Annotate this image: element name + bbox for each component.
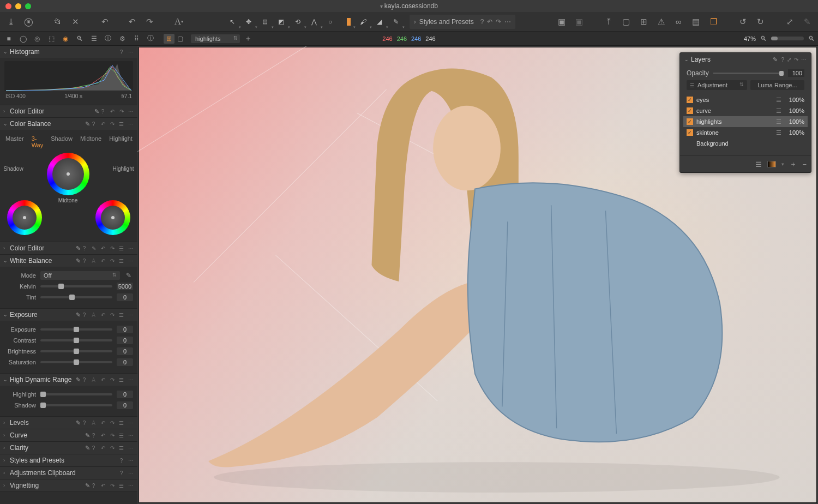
luma-range-button[interactable]: Luma Range... (750, 80, 804, 90)
tab-master[interactable]: Master (5, 135, 24, 148)
vignetting-header[interactable]: ›Vignetting✎?↶↷☰⋯ (0, 479, 137, 491)
help-icon[interactable]: ? (118, 458, 125, 464)
heal-tool-icon[interactable]: ✎▾ (389, 15, 403, 29)
metadata-tab-icon[interactable]: ⓘ (103, 33, 113, 44)
focus-icon[interactable]: ∞ (672, 15, 685, 28)
redo-icon[interactable]: ↷ (109, 258, 116, 264)
undo-icon[interactable]: ↶ (99, 245, 106, 251)
export-original-icon[interactable]: ▣ (555, 15, 568, 28)
tab-midtone[interactable]: Midtone (80, 135, 101, 148)
print-icon[interactable]: ▢ (619, 15, 633, 28)
mask-icon[interactable]: ☰ (776, 129, 781, 136)
kelvin-value[interactable]: 5000 (117, 283, 133, 290)
zoom-slider[interactable] (771, 37, 804, 40)
undo-icon[interactable]: ↶ (99, 483, 106, 489)
rotate-tool-icon[interactable]: ⟲▾ (291, 15, 305, 29)
redo-icon[interactable]: ↷ (794, 57, 798, 63)
help-icon[interactable]: ? (118, 49, 125, 55)
picker-icon[interactable]: ✎ (85, 432, 90, 439)
more-icon[interactable]: ⋯ (127, 312, 134, 318)
wb-mode-select[interactable]: Off (40, 271, 120, 280)
auto-icon[interactable]: A (90, 377, 97, 383)
shadow-wheel[interactable] (7, 200, 42, 235)
exposure-slider[interactable] (40, 328, 112, 331)
move-tool-icon[interactable]: ✥▾ (242, 15, 256, 29)
tab-highlight[interactable]: Highlight (109, 135, 133, 148)
curve-header[interactable]: ›Curve✎?↶↷☰⋯ (0, 429, 137, 441)
help-icon[interactable]: ? (81, 312, 88, 318)
color-tab-icon[interactable]: ◉ (60, 33, 71, 44)
capture-icon[interactable]: ◯▣ (22, 15, 35, 28)
mask-tool-icon[interactable]: ▾ (340, 15, 354, 29)
info-tab-icon[interactable]: ⓘ (145, 33, 156, 44)
single-view-icon[interactable]: ▢ (175, 34, 185, 44)
slider-value[interactable]: 0 (117, 391, 133, 398)
layer-visible-checkbox[interactable]: ✓ (687, 97, 693, 103)
adjust-tab-icon[interactable]: ☰ (88, 33, 99, 44)
layer-visible-checkbox[interactable]: ✓ (687, 107, 693, 114)
undo-icon[interactable]: ↶ (99, 258, 106, 264)
picker-icon[interactable]: ✎ (76, 257, 81, 265)
remove-icon[interactable]: − (802, 160, 807, 169)
color-editor2-header[interactable]: › Color Editor ✎ ?✎↶↷☰⋯ (0, 242, 137, 254)
help-icon[interactable]: ? (480, 18, 484, 26)
mask-icon[interactable]: ☰ (776, 118, 781, 125)
more-icon[interactable]: ⋯ (127, 420, 134, 426)
mask-icon[interactable]: ☰ (776, 107, 781, 115)
eyedropper-icon[interactable]: ✎ (124, 272, 133, 279)
auto-icon[interactable]: A (90, 258, 97, 264)
picker-icon[interactable]: ✎ (773, 56, 778, 63)
more-icon[interactable]: ⋯ (127, 245, 134, 251)
midtone-wheel[interactable] (47, 153, 89, 195)
help-icon[interactable]: ? (81, 420, 88, 426)
layer-item[interactable]: ✓curve☰100% (683, 105, 808, 116)
settings-tab-icon[interactable]: ⚙︎ (117, 33, 128, 44)
menu-icon[interactable]: ☰ (118, 312, 125, 318)
styles-presets-bar[interactable]: › Styles and Presets ? ↶ ↷ ⋯ (410, 15, 516, 29)
layer-select[interactable]: highlights (191, 34, 240, 43)
adjust-icon[interactable]: ☰ (755, 160, 762, 169)
more-icon[interactable]: ⋯ (127, 377, 134, 383)
fullscreen-icon[interactable]: ⤢ (783, 15, 796, 28)
undo-icon[interactable]: ↶ (99, 433, 106, 439)
more-icon[interactable]: ⋯ (127, 470, 134, 476)
more-icon[interactable]: ⋯ (801, 57, 807, 63)
rotate-left-icon[interactable]: ↺ (736, 15, 749, 28)
search-tab-icon[interactable]: 🔍︎ (74, 33, 85, 44)
help-icon[interactable]: ? (90, 445, 97, 451)
more-icon[interactable]: ⋯ (127, 109, 134, 115)
help-icon[interactable]: ? (90, 121, 97, 127)
reject-icon[interactable]: ✕ (69, 15, 82, 28)
grid-view-icon[interactable]: ⊞ (164, 34, 175, 44)
import-icon[interactable]: ⤓ (4, 15, 17, 28)
export-variant-icon[interactable]: ▣ (573, 15, 586, 28)
minimize-window[interactable] (15, 3, 21, 9)
more-icon[interactable]: ⋯ (504, 18, 511, 26)
redo-icon[interactable]: ↷ (109, 420, 116, 426)
redo-icon[interactable]: ↷ (496, 18, 501, 26)
picker-icon[interactable]: ✎ (76, 245, 81, 252)
color-balance-header[interactable]: ⌄ Color Balance ✎ ?↶↷☰⋯ (0, 118, 137, 130)
redo-icon[interactable]: ↷ (118, 109, 125, 115)
undo-icon[interactable]: ↶ (99, 121, 106, 127)
redo-icon[interactable]: ↷ (109, 121, 116, 127)
undo-icon[interactable]: ↶ (99, 377, 106, 383)
picker-icon[interactable]: ✎ (76, 311, 81, 319)
picker-icon[interactable]: ✎ (94, 108, 99, 115)
slider-value[interactable]: 0 (117, 326, 133, 333)
warning-icon[interactable]: ⚠︎ (654, 15, 667, 28)
slider-value[interactable]: 0 (117, 337, 133, 344)
mask-swatch[interactable] (767, 161, 776, 167)
lens-tab-icon[interactable]: ◎ (32, 33, 43, 44)
library-tab-icon[interactable]: ■ (3, 33, 14, 44)
highlight-slider[interactable] (40, 393, 112, 395)
help-icon[interactable]: ? (81, 245, 88, 251)
exposure-header[interactable]: ⌄ Exposure ✎ ?A↶↷☰⋯ (0, 309, 137, 321)
picker-icon[interactable]: ✎ (76, 419, 81, 427)
contrast-slider[interactable] (40, 339, 112, 341)
brightness-slider[interactable] (40, 350, 112, 352)
chevron-right-icon[interactable]: › (414, 18, 416, 26)
text-tool-icon[interactable]: A▾ (172, 15, 185, 28)
picker-icon[interactable]: ✎ (76, 376, 81, 383)
layer-item[interactable]: ✓eyes☰100% (683, 94, 808, 105)
